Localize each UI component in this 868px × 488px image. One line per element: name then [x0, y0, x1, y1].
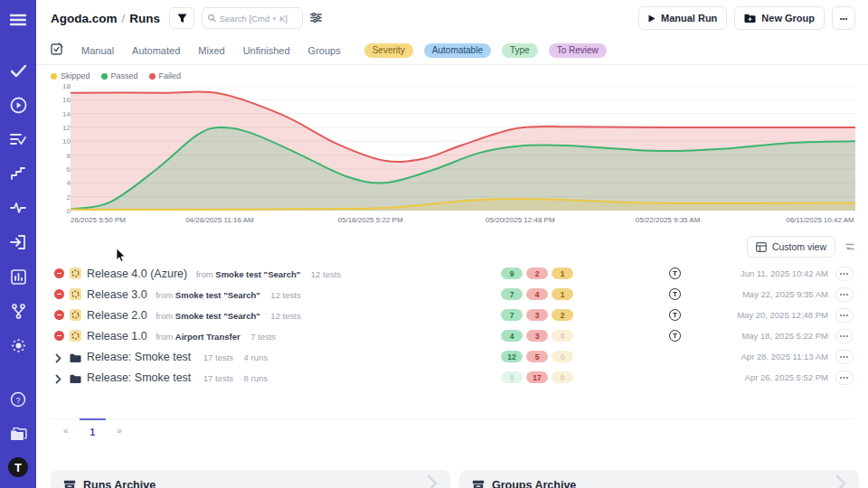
chip-to-review[interactable]: To Review	[549, 43, 607, 58]
skipped-count-badge: 1	[552, 288, 573, 300]
adjustments-icon[interactable]	[310, 10, 322, 26]
skipped-count-badge: 2	[552, 309, 573, 321]
table-row[interactable]: Release 2.0 from Smoke test "Search" 12 …	[51, 305, 854, 325]
search-input[interactable]	[220, 14, 297, 23]
settings-gear-icon[interactable]	[7, 334, 29, 356]
automated-run-icon	[70, 288, 81, 300]
help-icon[interactable]: ?	[7, 389, 29, 410]
runs-play-icon[interactable]	[7, 94, 29, 116]
result-badges: 430	[501, 330, 573, 342]
run-title[interactable]: Release 3.0 from Smoke test "Search" 12 …	[87, 288, 301, 301]
archives-section: Runs Archive Groups Archive	[51, 470, 859, 488]
reporter-icon[interactable]: T	[669, 330, 681, 342]
chip-automatable[interactable]: Automatable	[424, 43, 491, 58]
runs-area-chart: 02468101214161826/2025 5:50 PM04/28/2025…	[51, 84, 859, 229]
plans-list-icon[interactable]	[7, 128, 29, 150]
tab-mixed[interactable]: Mixed	[198, 45, 224, 56]
y-axis-tick: 8	[54, 151, 71, 159]
run-tests-count: 12 tests	[270, 311, 300, 321]
passed-dot-icon	[101, 73, 108, 80]
pagination: « 1 »	[51, 418, 854, 441]
custom-view-label: Custom view	[772, 241, 826, 252]
group-runs-count: 8 runs	[244, 373, 268, 383]
table-row[interactable]: Release 4.0 (Azure) from Smoke test "Sea…	[51, 263, 854, 284]
runs-archive-panel[interactable]: Runs Archive	[51, 470, 450, 488]
row-more-button[interactable]: •••	[835, 308, 854, 323]
tab-automated[interactable]: Automated	[132, 45, 180, 56]
row-more-button[interactable]: •••	[835, 350, 854, 364]
analytics-icon[interactable]	[7, 266, 29, 287]
tab-unfinished[interactable]: Unfinished	[243, 45, 290, 56]
steps-icon[interactable]	[7, 163, 29, 184]
select-tasks-icon[interactable]	[51, 42, 63, 59]
run-title[interactable]: Release 2.0 from Smoke test "Search" 12 …	[87, 309, 301, 322]
group-title[interactable]: Release: Smoke test 17 tests 4 runs	[87, 351, 268, 363]
import-icon[interactable]	[7, 231, 29, 253]
menu-icon[interactable]	[7, 9, 29, 31]
passed-count-badge: 4	[501, 330, 523, 342]
failed-status-icon	[54, 310, 64, 320]
page-next-button[interactable]: »	[106, 418, 133, 441]
projects-folder-icon[interactable]	[7, 423, 29, 445]
page-1-button[interactable]: 1	[80, 418, 107, 441]
logo-t[interactable]: T	[8, 457, 28, 477]
y-axis-tick: 16	[54, 96, 71, 104]
custom-view-icon	[756, 242, 767, 252]
table-row-group[interactable]: Release: Smoke test 17 tests 4 runs 1250…	[51, 346, 854, 367]
tests-check-icon[interactable]	[7, 60, 29, 81]
failed-count-badge: 2	[526, 267, 548, 279]
filter-funnel-button[interactable]	[169, 7, 194, 29]
skipped-dot-icon	[51, 73, 57, 80]
pulse-icon[interactable]	[7, 197, 29, 219]
y-axis-tick: 12	[54, 124, 71, 132]
search-icon	[208, 14, 216, 23]
row-more-button[interactable]: •••	[835, 267, 854, 281]
groups-archive-panel[interactable]: Groups Archive	[459, 470, 859, 488]
tab-groups[interactable]: Groups	[308, 45, 341, 56]
run-source: Airport Transfer	[175, 332, 241, 342]
failed-count-badge: 3	[526, 330, 548, 342]
reporter-icon[interactable]: T	[669, 267, 681, 279]
x-axis-tick: 05/20/2025 12:48 PM	[486, 216, 555, 224]
run-date: Apr 28, 2025 11:13 AM	[741, 352, 828, 361]
main-area: Agoda.com/Runs Manual Run New Group •••	[36, 0, 868, 488]
run-title[interactable]: Release 1.0 from Airport Transfer 7 test…	[87, 330, 276, 343]
row-more-button[interactable]: •••	[835, 329, 854, 343]
filter-funnel-icon	[177, 14, 187, 23]
failed-dot-icon	[149, 73, 156, 80]
runs-archive-title: Runs Archive	[83, 479, 156, 488]
new-group-button[interactable]: New Group	[734, 6, 825, 30]
run-tests-count: 12 tests	[270, 290, 300, 300]
skipped-count-badge: 1	[552, 267, 573, 279]
table-row-group[interactable]: Release: Smoke test 17 tests 8 runs 0170…	[51, 367, 854, 388]
tab-manual[interactable]: Manual	[81, 45, 114, 56]
topbar-actions: Manual Run New Group •••	[638, 6, 855, 30]
failed-status-icon	[54, 331, 64, 341]
table-row[interactable]: Release 1.0 from Airport Transfer 7 test…	[51, 325, 854, 346]
chip-type[interactable]: Type	[502, 43, 538, 58]
reporter-icon[interactable]: T	[669, 288, 681, 300]
from-label: from	[156, 290, 175, 300]
run-title[interactable]: Release 4.0 (Azure) from Smoke test "Sea…	[87, 267, 341, 280]
automated-run-icon	[70, 309, 81, 321]
chip-severity[interactable]: Severity	[364, 43, 413, 58]
run-date: May 22, 2025 9:35 AM	[742, 289, 828, 299]
group-title[interactable]: Release: Smoke test 17 tests 8 runs	[87, 371, 268, 384]
run-date: Apr 26, 2025 5:52 PM	[745, 372, 828, 382]
sort-icon[interactable]	[844, 239, 855, 255]
breadcrumb-project[interactable]: Agoda.com	[51, 12, 118, 25]
row-more-button[interactable]: •••	[835, 371, 854, 385]
row-more-button[interactable]: •••	[835, 287, 854, 302]
page-prev-button[interactable]: «	[52, 418, 80, 441]
search-box[interactable]	[202, 7, 303, 29]
branch-icon[interactable]	[7, 300, 29, 322]
reporter-icon[interactable]: T	[669, 309, 681, 321]
expand-chevron-icon[interactable]	[55, 371, 61, 388]
custom-view-button[interactable]: Custom view	[747, 236, 835, 258]
table-row[interactable]: Release 3.0 from Smoke test "Search" 12 …	[51, 284, 854, 305]
folder-icon	[70, 371, 81, 388]
header-more-button[interactable]: •••	[832, 6, 855, 30]
passed-count-badge: 7	[501, 288, 523, 300]
expand-chevron-icon[interactable]	[55, 351, 61, 367]
manual-run-button[interactable]: Manual Run	[638, 6, 727, 30]
